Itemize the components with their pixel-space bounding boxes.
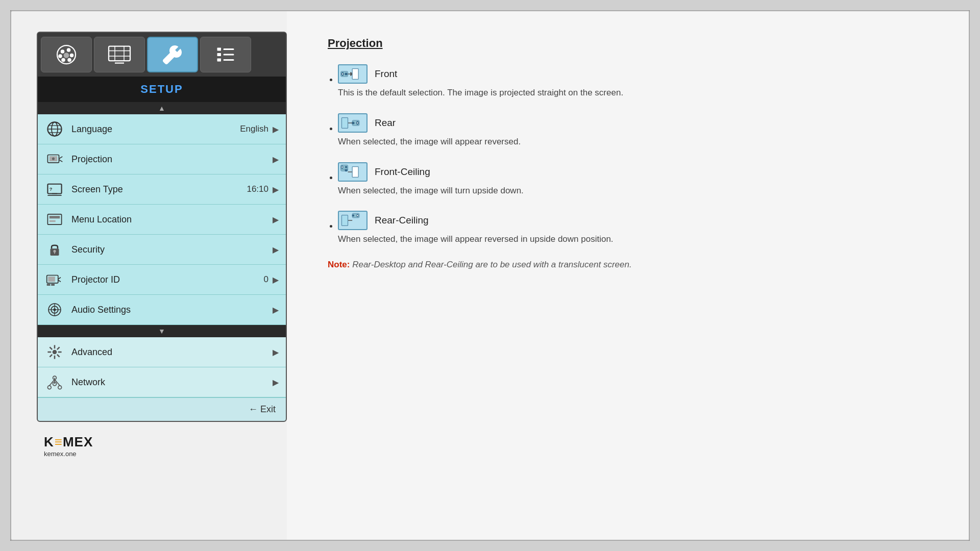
- rear-option-desc: When selected, the image will appear rev…: [338, 136, 938, 148]
- language-icon: [45, 119, 64, 139]
- svg-point-62: [58, 386, 62, 389]
- svg-point-6: [58, 54, 62, 58]
- projector-menu-ui: SETUP ▲ Language English ▶: [37, 32, 287, 422]
- svg-rect-70: [352, 69, 358, 80]
- projector-id-label: Projector ID: [71, 274, 264, 285]
- svg-rect-34: [47, 214, 61, 224]
- menu-item-menu-location[interactable]: Menu Location ▶: [38, 205, 286, 235]
- svg-line-56: [50, 347, 52, 349]
- list-item-front: Front This is the default selection. The…: [338, 64, 938, 99]
- display-icon: [107, 42, 132, 67]
- menu-item-screen-type[interactable]: ? Screen Type 16:10 ▶: [38, 174, 286, 205]
- info-icon: [213, 42, 238, 67]
- svg-point-29: [52, 158, 55, 160]
- display-tab-button[interactable]: [94, 37, 145, 72]
- svg-rect-15: [217, 53, 222, 56]
- language-value: English: [240, 124, 268, 134]
- svg-rect-45: [51, 284, 55, 286]
- svg-rect-76: [341, 117, 348, 128]
- svg-point-7: [64, 53, 69, 58]
- svg-line-59: [50, 355, 52, 357]
- security-icon: [45, 240, 64, 259]
- rear-ceiling-projection-icon: [338, 211, 368, 230]
- info-tab-button[interactable]: [200, 37, 251, 72]
- svg-line-28: [59, 160, 63, 162]
- front-projection-icon: [338, 64, 368, 84]
- svg-rect-82: [352, 166, 358, 177]
- exit-button[interactable]: ← Exit: [38, 397, 286, 421]
- network-icon: [45, 372, 64, 392]
- screen-type-arrow: ▶: [273, 185, 279, 194]
- setup-tab-button[interactable]: [147, 37, 198, 72]
- svg-rect-44: [47, 284, 51, 286]
- list-item-rear: Rear When selected, the image will appea…: [338, 113, 938, 148]
- advanced-label: Advanced: [71, 347, 273, 358]
- svg-point-68: [345, 72, 347, 75]
- svg-point-78: [357, 122, 358, 124]
- projection-arrow: ▶: [273, 155, 279, 164]
- svg-point-88: [352, 215, 354, 217]
- network-arrow: ▶: [273, 378, 279, 387]
- svg-point-51: [53, 350, 57, 355]
- menu-location-label: Menu Location: [71, 214, 268, 225]
- svg-line-57: [57, 355, 60, 357]
- svg-point-5: [61, 58, 65, 62]
- svg-rect-36: [50, 220, 56, 222]
- rear-projection-icon: [338, 113, 368, 133]
- logo-url: kemex.one: [44, 450, 259, 458]
- svg-rect-14: [217, 48, 222, 51]
- svg-line-58: [57, 347, 60, 349]
- screen-type-label: Screen Type: [71, 184, 247, 195]
- color-tab-button[interactable]: [41, 37, 92, 72]
- menu-title: SETUP: [38, 77, 286, 102]
- svg-line-27: [59, 157, 63, 159]
- audio-settings-label: Audio Settings: [71, 305, 268, 315]
- menu-item-projection[interactable]: Projection ▶: [38, 144, 286, 174]
- advanced-arrow: ▶: [273, 347, 279, 357]
- right-panel: Projection: [287, 11, 969, 540]
- color-icon: [54, 42, 79, 67]
- rear-option-name: Rear: [375, 117, 396, 129]
- network-label: Network: [71, 377, 273, 388]
- left-panel: SETUP ▲ Language English ▶: [11, 11, 287, 540]
- menu-item-language[interactable]: Language English ▶: [38, 114, 286, 144]
- setup-icon: [160, 42, 185, 67]
- list-item-front-ceiling: Front-Ceiling When selected, the image w…: [338, 162, 938, 197]
- svg-rect-90: [341, 215, 348, 226]
- scroll-up-arrow[interactable]: ▲: [38, 102, 286, 114]
- screen-type-value: 16:10: [247, 184, 268, 194]
- menu-item-network[interactable]: Network ▶: [38, 367, 286, 397]
- logo-area: K≡MEX kemex.one: [37, 429, 266, 463]
- menu-items-list: Language English ▶ Projection ▶ ?: [38, 114, 286, 325]
- svg-rect-18: [224, 54, 234, 56]
- menu-item-audio-settings[interactable]: Audio Settings ▶: [38, 295, 286, 325]
- scroll-down-arrow[interactable]: ▼: [38, 325, 286, 337]
- menu-item-advanced[interactable]: Advanced ▶: [38, 337, 286, 367]
- svg-rect-41: [48, 277, 55, 282]
- svg-point-4: [67, 58, 71, 62]
- note-area: Note: Rear-Desktop and Rear-Ceiling are …: [328, 260, 938, 270]
- audio-settings-icon: [45, 300, 64, 319]
- list-item-rear-ceiling: Rear-Ceiling When selected, the image wi…: [338, 211, 938, 245]
- note-label: Note:: [328, 260, 350, 269]
- rear-ceiling-option-desc: When selected, the image will appear rev…: [338, 233, 938, 245]
- menu-item-security[interactable]: Security ▶: [38, 235, 286, 265]
- svg-text:?: ?: [50, 187, 53, 192]
- logo-name: K≡MEX: [44, 434, 259, 450]
- note-text: Rear-Desktop and Rear-Ceiling are to be …: [352, 260, 631, 269]
- rear-ceiling-option-name: Rear-Ceiling: [375, 215, 429, 226]
- projector-id-value: 0: [264, 274, 268, 285]
- projector-id-arrow: ▶: [273, 275, 279, 285]
- front-ceiling-option-desc: When selected, the image will turn upsid…: [338, 185, 938, 197]
- menu-item-projector-id[interactable]: Projector ID 0 ▶: [38, 265, 286, 295]
- svg-point-72: [342, 73, 344, 75]
- content-title: Projection: [328, 37, 938, 50]
- audio-settings-arrow: ▶: [273, 305, 279, 315]
- projector-id-icon: [45, 270, 64, 289]
- screen-type-icon: ?: [45, 180, 64, 199]
- front-option-name: Front: [375, 68, 397, 80]
- svg-point-84: [345, 166, 347, 168]
- front-ceiling-projection-icon: [338, 162, 368, 182]
- language-label: Language: [71, 124, 240, 135]
- svg-point-1: [61, 49, 65, 54]
